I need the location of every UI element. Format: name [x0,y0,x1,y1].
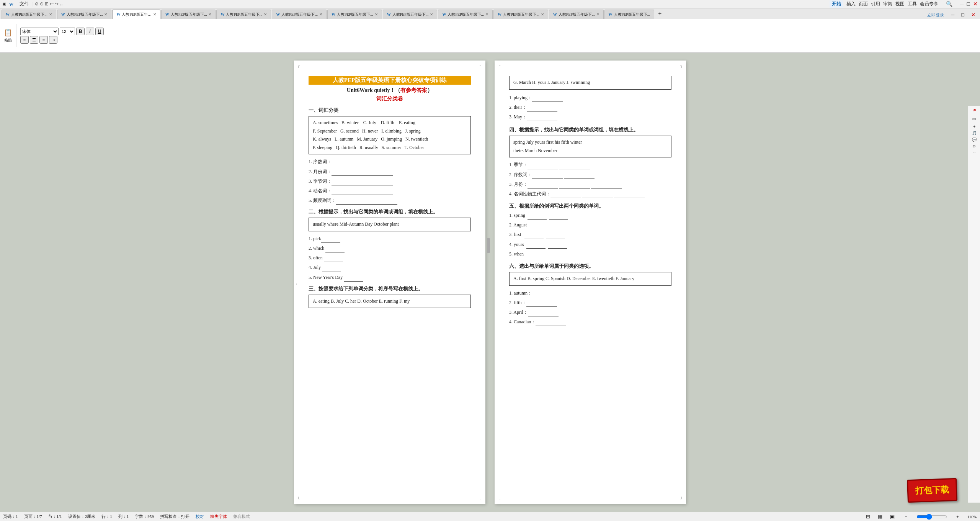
p2-corner-br: ┘ [680,497,683,501]
tab-10[interactable]: W 人教PEP版五年级下... ✕ [493,10,548,19]
tab-8[interactable]: W 人教PEP版五年级下... ✕ [383,10,438,19]
window-minimize[interactable]: ─ [960,1,964,7]
tab-view[interactable]: 视图 [895,1,905,7]
sogou-tool3: 🎵 [972,131,977,135]
zoom-slider[interactable] [916,514,947,520]
doc-title: 人教PEP版五年级英语下册核心突破专项训练 [309,76,471,85]
tab-3-active[interactable]: W 人教PEP版五年… ✕ [112,10,160,19]
font-select[interactable]: 宋体 [20,28,59,35]
align-left[interactable]: ≡ [20,36,29,44]
p2-corner-bl: └ [498,497,500,501]
document-tabs: W 人教PEP版五年级下... ✕ W 人教PEP版五年级下... ✕ W 人教… [0,8,980,19]
view-print[interactable]: ▦ [878,514,882,520]
page-1: ┌ ┐ ⋮ 人教PEP版五年级英语下册核心突破专项训练 Unit6Work qu… [294,61,485,504]
p2-header-box: G. March H. your I. January J. swimming [509,76,671,90]
tab-page[interactable]: 页面 [859,1,868,7]
font-bold[interactable]: B [76,28,85,35]
page-2: ┌ ┐ G. March H. your I. January J. swimm… [495,61,686,504]
window-close[interactable]: ✕ [973,1,978,7]
ex1-line3: 3. 季节词： [309,178,471,185]
font-size-select[interactable]: 12 [60,28,75,35]
font-underline[interactable]: U [95,28,104,35]
menu-file[interactable]: 文件 [20,1,29,7]
s4-ex2: 2. 序数词： [509,171,671,179]
sogou-more[interactable]: ··· [973,151,976,155]
p2-corner-tl: ┌ [498,64,500,68]
download-button[interactable]: 打包下载 [907,478,957,503]
view-normal[interactable]: ⊟ [866,514,870,520]
tab-4[interactable]: W 人教PEP版五年级下... ✕ [161,10,216,19]
word-row-1: A. sometimes B. winter C. July D. fifth … [313,119,467,127]
p2-header-content: G. March H. your I. January J. swimming [513,80,590,85]
window-min2[interactable]: ─ [948,11,957,19]
window-max2[interactable]: □ [958,11,967,19]
tab-tools[interactable]: 工具 [908,1,917,7]
status-page: 页码：1 [3,514,18,519]
tab-ref[interactable]: 引用 [871,1,880,7]
section3-title: 三、按照要求给下列单词分类，将序号写在横线上。 [309,285,471,292]
ribbon: 📋 粘贴 宋体 12 B I U ≡ ☰ ≡ ⇥ [0,19,980,53]
doc-subtitle: Unit6Work quietly！（有参考答案） [309,87,471,94]
word-row-2: F. September G. second H. never I. climb… [313,127,467,136]
s5-ex4: 4. yours [509,241,671,249]
word-row-3: K. always L. autumn M. January O. jumpin… [313,135,467,144]
tab-7[interactable]: W 人教PEP版五年级下... ✕ [327,10,382,19]
new-tab-button[interactable]: + [655,10,665,18]
zoom-out[interactable]: － [904,514,908,519]
tab-start[interactable]: 开始 [830,0,843,8]
s5-ex3: 3. first [509,231,671,239]
font-italic[interactable]: I [86,28,94,35]
pages-container: ┌ ┐ ⋮ 人教PEP版五年级英语下册核心突破专项训练 Unit6Work qu… [0,53,980,512]
ex1-line5: 5. 频度副词： [309,197,471,205]
section1-title: 一、词汇分类 [309,107,471,114]
align-right[interactable]: ≡ [39,36,48,44]
grip-handle: ⋮ [295,282,299,287]
p2-corner-tr: ┐ [680,64,683,68]
tab-2[interactable]: W 人教PEP版五年级下... ✕ [57,10,112,19]
section4-title: 四、根据提示，找出与它同类的单词或词组，填在横线上。 [509,126,671,133]
sogou-sidebar: S 中 ✦ 🎵 💬 ⚙ ··· [968,106,980,503]
s4-ex4: 4. 名词性物主代词： [509,190,671,198]
tab-vip[interactable]: 会员专享 [920,1,938,7]
s5-ex1: 1. spring [509,212,671,220]
window-restore[interactable]: □ [967,1,970,7]
status-pages: 页面：1/7 [24,514,42,519]
tab-review[interactable]: 审阅 [883,1,892,7]
search-icon[interactable]: 🔍 [946,1,952,7]
status-compare[interactable]: 校对 [196,514,204,519]
zoom-in[interactable]: ＋ [956,514,960,519]
sogou-logo: S [971,109,977,111]
status-font[interactable]: 缺失字体 [210,514,227,519]
indent[interactable]: ⇥ [49,36,57,44]
view-web[interactable]: ▣ [890,514,895,520]
align-center[interactable]: ☰ [30,36,38,44]
tab-1[interactable]: W 人教PEP版五年级下... ✕ [2,10,56,19]
tab-12[interactable]: W 人教PEP版五年级下... [604,10,655,19]
tab-6[interactable]: W 人教PEP版五年级下... ✕ [272,10,327,19]
s6-ex3: 3. April： [509,309,671,316]
ex2-line2: 2. which [309,245,471,252]
word-box2-content: usually where Mid-Autumn Day October pla… [313,220,467,229]
p2-ex1: 1. playing： [509,94,671,102]
word-box6-content: A. first B. spring C. Spanish D. Decembe… [513,276,634,281]
status-mode[interactable]: 兼容模式 [233,514,250,519]
status-spell: 拼写检查：打开 [160,514,189,519]
status-words: 字数：959 [135,514,154,519]
ex1-line1: 1. 序数词： [309,158,471,166]
ex1-line4: 4. 动名词： [309,187,471,195]
tab-5[interactable]: W 人教PEP版五年级下... ✕ [216,10,271,19]
word-box-4: spring July yours first his fifth winter… [509,136,671,157]
doc-category: 词汇分类卷 [309,95,471,102]
word-box4-row2: theirs March November [513,147,667,155]
s6-ex1: 1. autumn： [509,290,671,297]
tab-insert[interactable]: 插入 [846,1,856,7]
sogou-tool2: ✦ [973,125,976,129]
login-button[interactable]: 立即登录 [924,11,947,19]
tab-9[interactable]: W 人教PEP版五年级下... ✕ [438,10,493,19]
word-box-3: A. eating B. July C. her D. October E. r… [309,295,471,308]
sogou-tools: 中 [972,117,976,122]
scroll-handle[interactable] [487,238,490,253]
tab-11[interactable]: W 人教PEP版五年级下... ✕ [549,10,604,19]
corner-mark-tr: ┐ [480,64,482,68]
window-close2[interactable]: ✕ [968,11,978,19]
